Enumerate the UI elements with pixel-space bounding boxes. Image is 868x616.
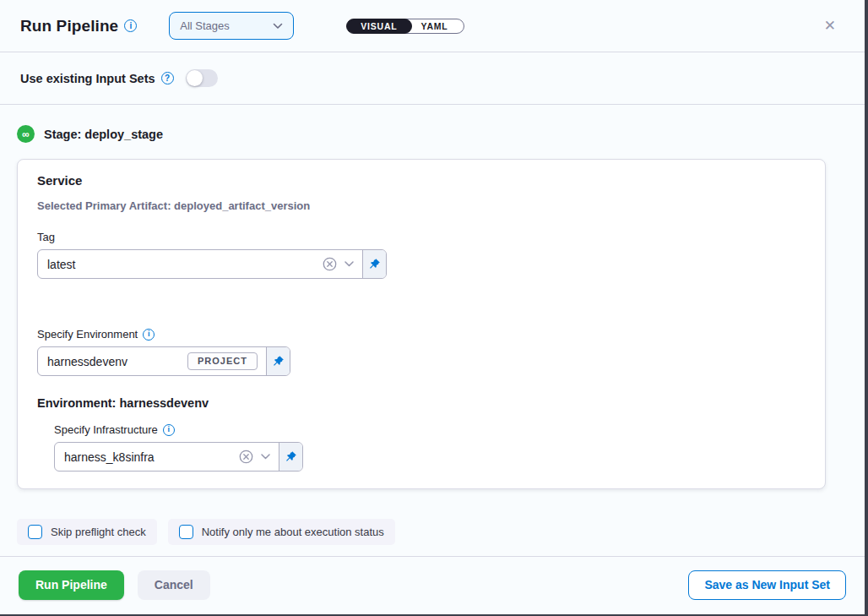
environment-heading: Environment: harnessdevenv [37,396,806,410]
clear-icon[interactable] [239,450,253,464]
cd-stage-icon: ∞ [17,125,35,143]
input-sets-row: Use existing Input Sets ? [0,52,865,105]
page-title: Run Pipeline [20,17,118,35]
environment-label: Specify Environment i [37,328,806,341]
notify-me-checkbox[interactable] [179,525,193,539]
input-sets-label: Use existing Input Sets [20,72,155,85]
tab-visual[interactable]: VISUAL [346,19,411,34]
notify-me-option[interactable]: Notify only me about execution status [168,519,395,545]
toggle-knob [187,70,203,86]
spacer [37,279,806,328]
tag-input-group [37,249,387,279]
info-icon[interactable]: i [124,19,137,32]
selected-artifact-line: Selected Primary Artifact: deployed_arti… [37,199,806,212]
environment-input[interactable] [38,347,187,375]
infrastructure-input-group [54,442,303,472]
info-icon[interactable]: i [143,329,155,341]
skip-preflight-checkbox[interactable] [28,525,42,539]
input-sets-toggle[interactable] [186,69,218,87]
environment-input-adornments: PROJECT [187,347,266,375]
service-title: Service [37,173,806,188]
chevron-down-icon [273,23,283,30]
close-icon[interactable]: ✕ [821,15,839,36]
options-row: Skip preflight check Notify only me abou… [17,519,844,545]
pin-icon[interactable] [266,347,290,375]
tag-input-adornments [323,250,362,278]
tag-label: Tag [37,231,806,243]
pin-icon[interactable] [279,443,302,471]
service-card: Service Selected Primary Artifact: deplo… [17,159,826,489]
visual-yaml-toggle: VISUAL YAML [346,19,464,34]
notify-me-label: Notify only me about execution status [202,526,384,538]
stages-select-value: All Stages [180,19,230,32]
infrastructure-label: Specify Infrastructure i [54,423,806,436]
help-icon[interactable]: ? [161,72,174,84]
chevron-down-icon[interactable] [344,261,354,267]
chevron-down-icon[interactable] [261,454,270,460]
info-icon[interactable]: i [163,424,175,436]
project-scope-badge: PROJECT [187,352,258,370]
environment-input-group: PROJECT [37,346,290,376]
stages-select[interactable]: All Stages [169,12,294,40]
cancel-button[interactable]: Cancel [138,570,210,600]
modal-header: Run Pipeline i All Stages VISUAL YAML ✕ [0,0,865,52]
stage-label: Stage: deploy_stage [44,128,163,141]
infrastructure-section: Specify Infrastructure i [54,423,806,472]
infrastructure-input[interactable] [55,443,239,471]
pin-icon[interactable] [362,250,386,278]
infrastructure-input-adornments [239,443,279,471]
stage-row: ∞ Stage: deploy_stage [0,105,865,155]
save-as-new-input-set-button[interactable]: Save as New Input Set [688,570,846,600]
clear-icon[interactable] [323,257,337,271]
skip-preflight-option[interactable]: Skip preflight check [17,519,157,545]
tag-input[interactable] [38,250,323,278]
skip-preflight-label: Skip preflight check [51,526,146,538]
run-pipeline-modal: Run Pipeline i All Stages VISUAL YAML ✕ … [0,0,865,614]
modal-footer: Run Pipeline Cancel Save as New Input Se… [0,556,865,614]
run-pipeline-button[interactable]: Run Pipeline [19,570,124,600]
